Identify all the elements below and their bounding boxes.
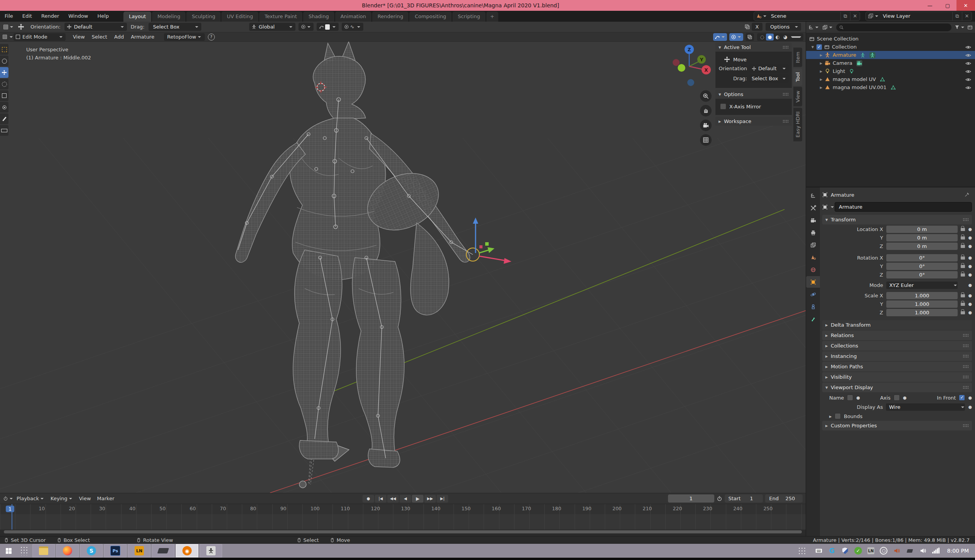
editor-type-icon[interactable] bbox=[808, 25, 814, 30]
proportional-editing-toggle[interactable]: ∿ bbox=[342, 23, 363, 31]
start-button[interactable] bbox=[0, 544, 17, 558]
drag-grip-icon[interactable] bbox=[963, 424, 969, 427]
drag-grip-icon[interactable] bbox=[783, 46, 789, 49]
visibility-section[interactable]: ▸Visibility bbox=[822, 372, 972, 382]
drag-grip-icon[interactable] bbox=[963, 375, 969, 379]
collection-checkbox[interactable]: ✓ bbox=[816, 44, 822, 50]
tab-render-properties[interactable] bbox=[806, 214, 820, 226]
rotation-mode-dropdown[interactable]: XYZ Euler bbox=[886, 282, 958, 289]
network-bars-icon[interactable] bbox=[932, 548, 940, 553]
speaker-orange-icon[interactable] bbox=[893, 547, 901, 555]
start-frame-field[interactable]: 1 bbox=[744, 496, 759, 501]
viewport-canvas[interactable] bbox=[0, 42, 806, 493]
mirror-x-toggle[interactable]: X bbox=[752, 23, 762, 31]
drag-grip-icon[interactable] bbox=[783, 120, 789, 123]
lock-icon[interactable] bbox=[961, 245, 965, 248]
current-frame-field[interactable]: 1 bbox=[668, 494, 714, 503]
filter-icon[interactable] bbox=[955, 25, 960, 30]
animate-dot[interactable]: ● bbox=[856, 395, 860, 400]
transform-tool[interactable] bbox=[0, 102, 8, 113]
help-button[interactable]: ? bbox=[208, 34, 215, 40]
green-check-icon[interactable]: ✓ bbox=[854, 547, 862, 555]
search-input[interactable] bbox=[846, 24, 948, 30]
taskbar-photoshop[interactable]: Ps bbox=[104, 544, 127, 557]
taskbar-ln-app[interactable]: LN bbox=[128, 544, 150, 557]
hide-toggle[interactable] bbox=[965, 68, 971, 74]
play-button[interactable]: ▶ bbox=[412, 495, 423, 503]
drag-grip-icon[interactable] bbox=[963, 334, 969, 337]
taskbar-skype[interactable]: S bbox=[80, 544, 103, 557]
bounds-checkbox[interactable] bbox=[835, 413, 841, 419]
tab-object-data-properties[interactable] bbox=[806, 313, 820, 325]
tab-output-properties[interactable] bbox=[806, 227, 820, 238]
scale-x-field[interactable]: 1.000 bbox=[886, 292, 958, 299]
options-section-header[interactable]: ▾ Options bbox=[715, 89, 792, 99]
drag-dropdown[interactable]: Select Box bbox=[749, 74, 789, 83]
lock-icon[interactable] bbox=[961, 311, 965, 314]
menu-help[interactable]: Help bbox=[93, 13, 114, 19]
lock-icon[interactable] bbox=[961, 256, 965, 260]
transform-options-icon[interactable] bbox=[744, 24, 750, 30]
hide-toggle[interactable] bbox=[965, 76, 971, 83]
tab-tool-properties[interactable] bbox=[806, 202, 820, 214]
mesh-data-icon[interactable] bbox=[880, 77, 885, 82]
rotation-x-field[interactable]: 0° bbox=[886, 254, 958, 261]
move-tool[interactable] bbox=[0, 67, 8, 78]
scale-y-field[interactable]: 1.000 bbox=[886, 300, 958, 308]
object-name-field[interactable]: Armature bbox=[835, 202, 972, 212]
tab-view[interactable]: View bbox=[793, 87, 802, 106]
hide-toggle[interactable] bbox=[965, 84, 971, 91]
record-button[interactable]: ● bbox=[363, 495, 374, 503]
lock-icon[interactable] bbox=[961, 303, 965, 306]
tab-texture-paint[interactable]: Texture Paint bbox=[259, 12, 302, 22]
location-x-field[interactable]: 0 m bbox=[886, 226, 958, 233]
taskbar-firefox[interactable] bbox=[56, 544, 79, 557]
shield-icon[interactable] bbox=[841, 547, 849, 555]
shading-wireframe-button[interactable]: ◌ bbox=[758, 34, 766, 40]
scale-z-field[interactable]: 1.000 bbox=[886, 309, 958, 316]
editor-type-icon[interactable] bbox=[3, 496, 8, 501]
shading-material-button[interactable]: ◐ bbox=[774, 34, 781, 40]
tab-uv-editing[interactable]: UV Editing bbox=[221, 12, 258, 22]
viewport-menu-armature[interactable]: Armature bbox=[127, 34, 158, 40]
drag-grip-icon[interactable] bbox=[963, 365, 969, 368]
instancing-section[interactable]: ▸Instancing bbox=[822, 351, 972, 361]
lock-icon[interactable] bbox=[961, 228, 965, 231]
relations-section[interactable]: ▸Relations bbox=[822, 331, 972, 340]
rotate-tool[interactable] bbox=[0, 79, 8, 89]
orthographic-toggle-button[interactable] bbox=[700, 134, 712, 146]
zoom-button[interactable] bbox=[700, 90, 712, 102]
new-collection-icon[interactable] bbox=[967, 25, 973, 30]
camera-data-icon[interactable] bbox=[856, 60, 862, 66]
pan-button[interactable] bbox=[700, 105, 712, 116]
expand-arrow-icon[interactable]: ▸ bbox=[818, 52, 825, 58]
rotation-z-field[interactable]: 0° bbox=[886, 271, 958, 278]
tab-shading[interactable]: Shading bbox=[303, 12, 334, 22]
creative-cloud-icon[interactable] bbox=[880, 547, 887, 555]
light-data-icon[interactable] bbox=[849, 69, 854, 74]
tab-constraint-properties[interactable] bbox=[806, 301, 820, 312]
transform-orientation-dropdown[interactable]: Global bbox=[249, 23, 295, 31]
menu-render[interactable]: Render bbox=[37, 13, 64, 19]
tab-rendering[interactable]: Rendering bbox=[372, 12, 408, 22]
stopwatch-icon[interactable] bbox=[717, 496, 722, 501]
scene-name[interactable]: Scene bbox=[767, 13, 840, 19]
editor-type-icon[interactable] bbox=[3, 24, 8, 30]
menu-window[interactable]: Window bbox=[64, 13, 93, 19]
minimize-button[interactable]: — bbox=[921, 0, 939, 11]
shading-rendered-button[interactable]: ◕ bbox=[781, 34, 789, 40]
animate-dot[interactable]: ● bbox=[968, 405, 972, 410]
row-collection[interactable]: ▾ ✓ Collection bbox=[806, 43, 975, 51]
tab-animation[interactable]: Animation bbox=[335, 12, 371, 22]
view-layer-selector[interactable]: View Layer ⧉ ✕ bbox=[865, 12, 972, 21]
taskbar-blender[interactable]: ◉ bbox=[176, 544, 198, 557]
camera-view-button[interactable] bbox=[700, 120, 712, 131]
taskbar-tablet-driver[interactable] bbox=[152, 544, 174, 557]
tab-scripting[interactable]: Scripting bbox=[452, 12, 486, 22]
row-armature[interactable]: ▸ Armature bbox=[806, 51, 975, 59]
row-magna-model-uv[interactable]: ▸ magna model UV bbox=[806, 75, 975, 83]
task-view-icon[interactable] bbox=[20, 546, 29, 555]
collections-section[interactable]: ▸Collections bbox=[822, 341, 972, 351]
animate-dot[interactable]: ● bbox=[968, 293, 972, 298]
menu-file[interactable]: File bbox=[0, 13, 18, 19]
